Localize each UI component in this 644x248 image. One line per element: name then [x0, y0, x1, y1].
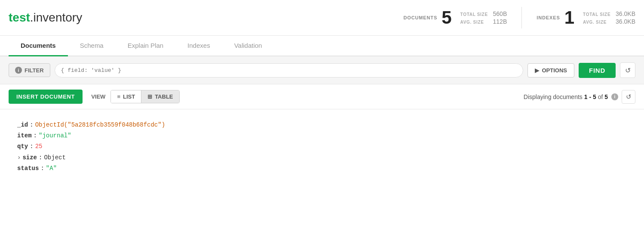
table-view-label: TABLE — [155, 93, 173, 100]
display-info-icon: i — [611, 93, 618, 100]
indexes-stats-group: INDEXES 1 TOTAL SIZE 36.0KB AVG. SIZE 36… — [526, 9, 635, 27]
refresh-button[interactable]: ↺ — [622, 90, 635, 104]
field-item-key: item — [17, 130, 32, 141]
tab-indexes[interactable]: Indexes — [175, 36, 222, 56]
find-button[interactable]: FIND — [579, 63, 616, 78]
field-size-value: Object — [44, 152, 65, 163]
header: test.inventory DOCUMENTS 5 TOTAL SIZE 56… — [0, 0, 644, 36]
db-title: test.inventory — [9, 11, 82, 25]
indexes-avg-size-row: AVG. SIZE 36.0KB — [583, 18, 635, 25]
list-view-button[interactable]: ≡ LIST — [111, 90, 141, 103]
field-qty: qty : 25 — [17, 141, 627, 152]
docs-label: DOCUMENTS — [403, 15, 437, 20]
document-content: _id : ObjectId("5a2818fcb3559f048b68fcdc… — [0, 109, 644, 184]
toolbar: INSERT DOCUMENT VIEW ≡ LIST ⊞ TABLE Disp… — [0, 84, 644, 109]
docs-total-size-label: TOTAL SIZE — [460, 12, 491, 17]
display-of: of — [598, 93, 603, 100]
display-range: 1 - 5 — [584, 93, 596, 100]
docs-avg-size-label: AVG. SIZE — [460, 20, 491, 25]
field-status-value: "A" — [46, 163, 57, 174]
options-button[interactable]: ▶ OPTIONS — [527, 63, 574, 78]
db-title-accent: test — [9, 11, 30, 24]
indexes-total-size-row: TOTAL SIZE 36.0KB — [583, 10, 635, 17]
docs-avg-size-value: 112B — [493, 18, 507, 25]
app-container: test.inventory DOCUMENTS 5 TOTAL SIZE 56… — [0, 0, 644, 248]
options-button-label: OPTIONS — [542, 67, 567, 74]
field-id-value: ObjectId("5a2818fcb3559f048b68fcdc") — [35, 120, 165, 130]
indexes-avg-size-label: AVG. SIZE — [583, 20, 613, 25]
field-item: item : "journal" — [17, 130, 627, 141]
indexes-count: 1 — [564, 9, 574, 27]
filter-button[interactable]: i FILTER — [9, 63, 50, 77]
insert-document-button[interactable]: INSERT DOCUMENT — [9, 90, 83, 104]
field-status: status : "A" — [17, 163, 627, 174]
field-status-key: status — [17, 163, 39, 174]
tab-explain-plan[interactable]: Explain Plan — [116, 36, 175, 56]
docs-size-group: TOTAL SIZE 560B AVG. SIZE 112B — [460, 10, 507, 25]
indexes-total-size-label: TOTAL SIZE — [583, 12, 613, 17]
docs-total-size-row: TOTAL SIZE 560B — [460, 10, 507, 17]
list-view-label: LIST — [123, 93, 135, 100]
filter-button-label: FILTER — [25, 67, 44, 74]
reset-icon: ↺ — [625, 66, 631, 74]
field-qty-value: 25 — [35, 141, 43, 152]
docs-avg-size-row: AVG. SIZE 112B — [460, 18, 507, 25]
display-count: 5 — [604, 93, 608, 100]
field-item-value: "journal" — [39, 130, 71, 141]
indexes-avg-size-value: 36.0KB — [616, 18, 635, 25]
tab-bar: Documents Schema Explain Plan Indexes Va… — [0, 36, 644, 56]
view-label: VIEW — [91, 93, 105, 100]
db-title-rest: .inventory — [30, 11, 82, 24]
indexes-size-group: TOTAL SIZE 36.0KB AVG. SIZE 36.0KB — [583, 10, 635, 25]
options-arrow-icon: ▶ — [535, 67, 539, 74]
header-stats: DOCUMENTS 5 TOTAL SIZE 560B AVG. SIZE 11… — [403, 7, 635, 28]
stats-divider — [521, 7, 522, 28]
refresh-icon: ↺ — [626, 93, 632, 101]
field-size[interactable]: › size : Object — [17, 152, 627, 163]
display-info: Displaying documents 1 - 5 of 5 i ↺ — [524, 90, 635, 104]
indexes-label: INDEXES — [537, 15, 560, 20]
filter-bar: i FILTER ▶ OPTIONS FIND ↺ — [0, 56, 644, 84]
display-text: Displaying documents 1 - 5 of 5 — [524, 93, 608, 100]
field-id: _id : ObjectId("5a2818fcb3559f048b68fcdc… — [17, 120, 627, 130]
field-qty-key: qty — [17, 141, 28, 152]
list-icon: ≡ — [117, 93, 120, 100]
filter-input[interactable] — [55, 63, 524, 78]
docs-stats-group: DOCUMENTS 5 TOTAL SIZE 560B AVG. SIZE 11… — [403, 9, 517, 27]
tab-schema[interactable]: Schema — [68, 36, 116, 56]
table-view-button[interactable]: ⊞ TABLE — [141, 90, 179, 103]
reset-button[interactable]: ↺ — [620, 62, 635, 78]
docs-count: 5 — [442, 9, 451, 27]
filter-info-icon: i — [15, 67, 22, 74]
table-icon: ⊞ — [147, 93, 152, 100]
field-size-expand-icon[interactable]: › — [17, 152, 21, 163]
tab-documents[interactable]: Documents — [9, 36, 68, 56]
field-id-key: _id — [17, 120, 28, 130]
docs-total-size-value: 560B — [493, 10, 507, 17]
tab-validation[interactable]: Validation — [222, 36, 274, 56]
indexes-total-size-value: 36.0KB — [616, 10, 635, 17]
display-prefix: Displaying documents — [524, 93, 583, 100]
field-size-key: size — [22, 152, 37, 163]
view-toggle: ≡ LIST ⊞ TABLE — [110, 90, 179, 103]
